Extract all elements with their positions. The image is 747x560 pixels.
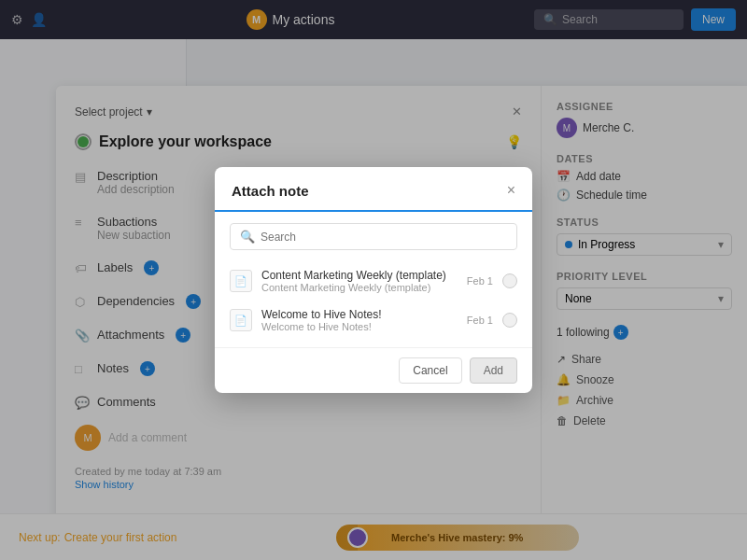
- note-icon-0: 📄: [230, 270, 252, 292]
- modal-search-input[interactable]: [261, 231, 507, 244]
- note-subtitle-1: Welcome to Hive Notes!: [261, 321, 458, 332]
- modal-search-box[interactable]: 🔍: [230, 223, 517, 250]
- note-date-1: Feb 1: [467, 315, 493, 326]
- note-info-1: Welcome to Hive Notes! Welcome to Hive N…: [261, 308, 458, 332]
- note-date-0: Feb 1: [467, 275, 493, 287]
- note-item-1[interactable]: 📄 Welcome to Hive Notes! Welcome to Hive…: [222, 301, 525, 340]
- modal-title: Attach note: [232, 183, 309, 199]
- note-title-1: Welcome to Hive Notes!: [261, 308, 458, 321]
- modal-footer: Cancel Add: [215, 347, 532, 393]
- modal-close-button[interactable]: ×: [507, 182, 515, 199]
- add-button[interactable]: Add: [470, 357, 517, 384]
- note-icon-1: 📄: [230, 309, 252, 331]
- note-checkbox-1[interactable]: [502, 313, 517, 328]
- modal-header: Attach note ×: [215, 167, 532, 212]
- note-item-0[interactable]: 📄 Content Marketing Weekly (template) Co…: [222, 261, 525, 301]
- cancel-button[interactable]: Cancel: [399, 357, 461, 384]
- modal-search-icon: 🔍: [240, 230, 255, 244]
- note-list: 📄 Content Marketing Weekly (template) Co…: [215, 261, 532, 340]
- note-info-0: Content Marketing Weekly (template) Cont…: [261, 269, 458, 293]
- note-title-0: Content Marketing Weekly (template): [261, 269, 458, 282]
- note-checkbox-0[interactable]: [502, 273, 517, 288]
- note-subtitle-0: Content Marketing Weekly (template): [261, 282, 458, 293]
- attach-note-modal: Attach note × 🔍 📄 Content Marketing Week…: [215, 167, 532, 393]
